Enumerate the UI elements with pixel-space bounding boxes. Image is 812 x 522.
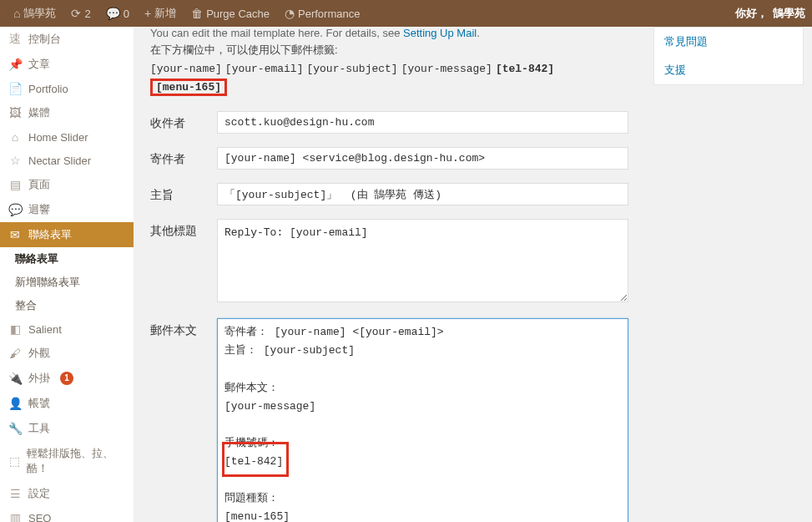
new-label: 新增: [154, 6, 176, 21]
helpbox-faq[interactable]: 常見問題: [654, 28, 803, 56]
new-content-link[interactable]: + 新增: [138, 0, 183, 27]
from-input[interactable]: [217, 147, 628, 170]
setup-mail-link[interactable]: Setting Up Mail: [403, 27, 477, 39]
sidebar-item-home-slider[interactable]: ⌂Home Slider: [0, 125, 134, 149]
mail-tag[interactable]: [tel-842]: [496, 63, 554, 75]
sidebar-item-portfolio[interactable]: 📄Portfolio: [0, 77, 134, 100]
mail-tag[interactable]: [your-message]: [401, 63, 492, 75]
sidebar-item-label: 設定: [28, 486, 50, 501]
sidebar-item-users[interactable]: 👤帳號: [0, 391, 134, 416]
content-column: You can edit the mail template here. For…: [134, 27, 645, 522]
sidebar-item-dashboard[interactable]: 速控制台: [0, 27, 134, 52]
home-icon: ⌂: [13, 7, 20, 20]
site-home-link[interactable]: ⌂ 鵠學苑: [7, 0, 63, 27]
sidebar-item-salient[interactable]: ◧Salient: [0, 317, 134, 341]
sidebar-item-label: 聯絡表單: [28, 227, 72, 242]
performance-link[interactable]: ◔ Performance: [278, 0, 366, 27]
sidebar-item-label: 工具: [28, 421, 50, 436]
purge-cache-link[interactable]: 🗑 Purge Cache: [184, 0, 276, 27]
settings-icon: ☰: [8, 487, 22, 500]
from-label: 寄件者: [150, 147, 217, 167]
sidebar-item-label: 媒體: [28, 105, 50, 120]
sidebar-item-label: 文章: [28, 57, 50, 72]
mail-icon: ✉: [8, 228, 22, 241]
sidebar-item-posts[interactable]: 📌文章: [0, 52, 134, 77]
gauge-icon: ◔: [285, 7, 295, 20]
plugins-icon: 🔌: [8, 372, 22, 385]
update-badge: 1: [60, 372, 73, 385]
sidebar-item-media[interactable]: 🖼媒體: [0, 100, 134, 125]
users-icon: 👤: [8, 397, 22, 410]
sidebar-item-contact[interactable]: ✉ 聯絡表單: [0, 222, 134, 247]
seo-icon: ▥: [8, 511, 22, 522]
greeting-prefix: 你好，: [735, 6, 768, 21]
salient-icon: ◧: [8, 322, 22, 336]
sidebar-item-label: Salient: [28, 323, 62, 336]
comments-link[interactable]: 💬 0: [99, 0, 136, 27]
sidebar-item-label: 控制台: [28, 32, 61, 47]
admin-sidebar: 速控制台📌文章📄Portfolio🖼媒體⌂Home Slider☆Nectar …: [0, 27, 134, 522]
pages-icon: ▤: [8, 178, 22, 191]
sidebar-item-label: Nectar Slider: [28, 155, 91, 167]
sidebar-item-appearance[interactable]: 🖌外觀: [0, 341, 134, 366]
help-box: 常見問題支援: [653, 27, 804, 85]
mail-tag[interactable]: [menu-165]: [150, 79, 227, 96]
perf-label: Performance: [298, 8, 360, 20]
updates-count: 2: [84, 8, 90, 20]
posts-icon: 📌: [8, 58, 22, 71]
sidebar-item-pages[interactable]: ▤頁面: [0, 172, 134, 197]
sidebar-item-label: 迴響: [28, 202, 50, 217]
submenu-contact-integrate[interactable]: 整合: [0, 294, 134, 317]
submenu-contact-list[interactable]: 聯絡表單: [0, 247, 134, 271]
sidebar-item-label: 帳號: [28, 396, 50, 411]
trash-icon: 🗑: [191, 7, 203, 20]
sidebar-item-pagebuilder[interactable]: ⬚輕鬆排版拖、拉、酷！: [0, 441, 134, 481]
admin-bar: ⌂ 鵠學苑 ⟳ 2 💬 0 + 新增 🗑 Purge Cache ◔ Perfo…: [0, 0, 812, 27]
mail-tag[interactable]: [your-subject]: [306, 63, 397, 75]
mail-tag[interactable]: [your-email]: [225, 63, 304, 75]
to-input[interactable]: [217, 111, 628, 134]
main-area: You can edit the mail template here. For…: [134, 27, 812, 522]
greeting[interactable]: 你好， 鵠學苑: [735, 6, 805, 21]
sidebar-item-label: Portfolio: [28, 83, 68, 95]
purge-label: Purge Cache: [206, 8, 270, 20]
nectar-slider-icon: ☆: [8, 154, 22, 167]
right-column: 常見問題支援: [645, 27, 812, 522]
sidebar-item-label: 輕鬆排版拖、拉、酷！: [27, 446, 125, 476]
sidebar-item-label: Home Slider: [28, 131, 88, 144]
mail-tag[interactable]: [your-name]: [150, 63, 222, 75]
headers-label: 其他標題: [150, 219, 217, 239]
comments-count: 0: [124, 8, 129, 20]
mail-tags-row: [your-name][your-email][your-subject][yo…: [150, 63, 628, 96]
sidebar-item-settings[interactable]: ☰設定: [0, 481, 134, 506]
dashboard-icon: 速: [8, 33, 22, 46]
site-name: 鵠學苑: [23, 6, 56, 21]
appearance-icon: 🖌: [8, 347, 22, 360]
submenu-contact-new[interactable]: 新增聯絡表單: [0, 271, 134, 294]
sidebar-item-tools[interactable]: 🔧工具: [0, 416, 134, 441]
helpbox-support[interactable]: 支援: [654, 56, 803, 84]
sidebar-item-label: SEO: [28, 512, 51, 523]
sidebar-item-label: 外掛: [28, 371, 50, 386]
sidebar-item-comments[interactable]: 💬迴響: [0, 197, 134, 222]
updates-link[interactable]: ⟳ 2: [64, 0, 97, 27]
plus-icon: +: [144, 7, 151, 20]
intro-text: You can edit the mail template here. For…: [150, 27, 628, 39]
subject-input[interactable]: [217, 183, 628, 205]
sidebar-item-label: 頁面: [28, 177, 50, 192]
comments-icon: 💬: [8, 203, 22, 216]
body-label: 郵件本文: [150, 318, 217, 338]
sidebar-item-plugins[interactable]: 🔌外掛1: [0, 366, 134, 391]
updates-icon: ⟳: [71, 7, 81, 20]
headers-textarea[interactable]: [217, 219, 628, 302]
sidebar-item-label: 外觀: [28, 346, 50, 361]
body-textarea[interactable]: [217, 318, 628, 522]
pagebuilder-icon: ⬚: [8, 454, 20, 468]
tools-icon: 🔧: [8, 422, 22, 435]
media-icon: 🖼: [8, 106, 22, 119]
tags-hint: 在下方欄位中，可以使用以下郵件標籤:: [150, 43, 628, 58]
sidebar-item-seo[interactable]: ▥SEO: [0, 506, 134, 522]
subject-label: 主旨: [150, 183, 217, 203]
comment-icon: 💬: [106, 7, 120, 20]
sidebar-item-nectar-slider[interactable]: ☆Nectar Slider: [0, 149, 134, 172]
